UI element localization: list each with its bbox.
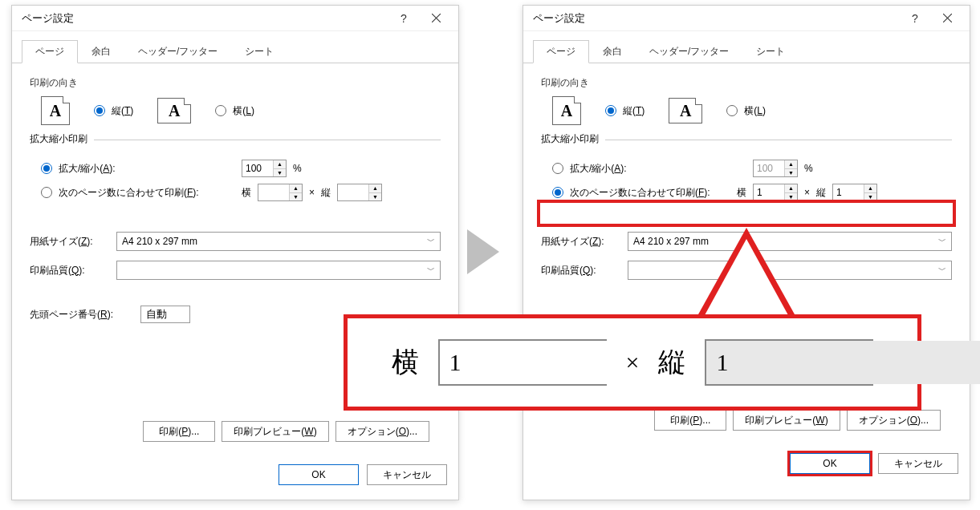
zoom-wide-value[interactable] — [440, 341, 748, 384]
chevron-down-icon[interactable]: ▼ — [290, 193, 302, 201]
fit-wide-input[interactable]: ▲▼ — [753, 184, 798, 201]
cancel-button[interactable]: キャンセル — [878, 453, 958, 474]
tab-headerfooter[interactable]: ヘッダー/フッター — [124, 40, 231, 63]
ok-button[interactable]: OK — [790, 453, 870, 474]
fit-tall-input[interactable]: ▲▼ — [832, 184, 877, 201]
scaling-adjust-row: 拡大/縮小(A): ▲▼ % — [541, 156, 952, 180]
radio-landscape[interactable] — [215, 105, 226, 116]
chevron-down-icon: ﹀ — [938, 265, 946, 276]
ok-button[interactable]: OK — [279, 464, 359, 485]
portrait-icon: A — [552, 96, 581, 125]
print-button[interactable]: 印刷(P)... — [654, 410, 726, 431]
radio-adjust[interactable] — [552, 163, 563, 174]
chevron-up-icon[interactable]: ▲ — [785, 160, 797, 169]
tab-sheet[interactable]: シート — [742, 40, 799, 63]
zoom-wide-label: 横 — [392, 344, 419, 381]
chevron-down-icon[interactable]: ▼ — [785, 169, 797, 177]
footer: OK キャンセル — [523, 443, 970, 484]
print-button[interactable]: 印刷(P)... — [143, 421, 215, 442]
adjust-value[interactable] — [754, 160, 784, 176]
fit-wide-input[interactable]: ▲▼ — [258, 184, 303, 201]
adjust-input[interactable]: ▲▼ — [753, 160, 798, 177]
fit-tall-label: 縦 — [321, 186, 331, 200]
dialog-title: ページ設定 — [22, 11, 388, 26]
print-quality-row: 印刷品質(Q): ﹀ — [30, 256, 441, 285]
tab-page[interactable]: ページ — [22, 40, 78, 63]
radio-portrait[interactable] — [94, 105, 105, 116]
portrait-label: 縦(T) — [112, 104, 133, 118]
paper-size-label: 用紙サイズ(Z): — [30, 235, 110, 249]
zoom-x: × — [626, 349, 640, 376]
chevron-down-icon[interactable]: ▼ — [369, 193, 381, 201]
adjust-label: 拡大/縮小(A): — [570, 162, 746, 176]
chevron-down-icon: ﹀ — [427, 265, 435, 276]
paper-size-label: 用紙サイズ(Z): — [541, 235, 621, 249]
radio-fit[interactable] — [41, 187, 52, 198]
close-button[interactable] — [420, 7, 452, 30]
tab-headerfooter[interactable]: ヘッダー/フッター — [636, 40, 742, 63]
fit-wide-value[interactable] — [258, 184, 289, 200]
print-quality-label: 印刷品質(Q): — [30, 264, 110, 277]
radio-adjust[interactable] — [41, 163, 52, 174]
adjust-spinner[interactable]: ▲▼ — [273, 160, 286, 176]
fit-wide-value[interactable] — [754, 184, 784, 200]
portrait-option[interactable]: 縦(T) — [605, 104, 645, 118]
preview-button[interactable]: 印刷プレビュー(W) — [733, 410, 840, 431]
close-icon — [432, 14, 441, 22]
chevron-down-icon[interactable]: ▼ — [274, 169, 286, 177]
portrait-option[interactable]: 縦(T) — [94, 104, 133, 118]
close-button[interactable] — [931, 7, 963, 30]
first-page-label: 先頭ページ番号(R): — [30, 308, 134, 322]
preview-button[interactable]: 印刷プレビュー(W) — [222, 421, 328, 442]
tab-sheet[interactable]: シート — [231, 40, 287, 63]
fit-label: 次のページ数に合わせて印刷(F): — [570, 186, 730, 200]
adjust-input[interactable]: ▲▼ — [242, 160, 287, 177]
adjust-value[interactable] — [242, 160, 273, 176]
scaling-group: 拡大縮小印刷 — [30, 140, 441, 140]
fit-tall-value[interactable] — [833, 184, 864, 200]
options-button[interactable]: オプション(O)... — [847, 410, 941, 431]
portrait-icon: A — [41, 96, 70, 125]
chevron-up-icon[interactable]: ▲ — [274, 160, 286, 169]
tab-page[interactable]: ページ — [533, 40, 589, 63]
paper-size-value: A4 210 x 297 mm — [122, 236, 197, 247]
fit-tall-input[interactable]: ▲▼ — [337, 184, 382, 201]
landscape-option[interactable]: 横(L) — [726, 104, 766, 118]
zoom-tall-label: 縦 — [658, 344, 685, 381]
zoom-wide-input[interactable] — [438, 339, 607, 386]
print-quality-select[interactable]: ﹀ — [116, 261, 441, 280]
landscape-option[interactable]: 横(L) — [215, 104, 254, 118]
chevron-down-icon[interactable]: ▼ — [864, 193, 876, 201]
titlebar: ページ設定 ? — [12, 6, 458, 31]
zoom-tall-value[interactable] — [706, 341, 980, 384]
adjust-unit: % — [293, 163, 302, 174]
orientation-label: 印刷の向き — [541, 76, 952, 90]
first-page-input[interactable] — [140, 306, 190, 323]
cancel-button[interactable]: キャンセル — [367, 464, 447, 485]
chevron-up-icon[interactable]: ▲ — [290, 184, 302, 193]
fit-tall-value[interactable] — [338, 184, 368, 200]
action-buttons: 印刷(P)... 印刷プレビュー(W) オプション(O)... — [30, 416, 441, 447]
close-icon — [943, 14, 952, 22]
chevron-up-icon[interactable]: ▲ — [785, 184, 797, 193]
tab-margins[interactable]: 余白 — [78, 40, 124, 63]
scaling-group-label: 拡大縮小印刷 — [30, 132, 94, 146]
zoom-tall-input[interactable] — [705, 339, 873, 386]
chevron-up-icon[interactable]: ▲ — [864, 184, 876, 193]
tabs: ページ 余白 ヘッダー/フッター シート — [12, 31, 458, 63]
options-button[interactable]: オプション(O)... — [335, 421, 429, 442]
fit-tall-label: 縦 — [816, 186, 826, 200]
radio-portrait[interactable] — [605, 105, 616, 116]
paper-size-select[interactable]: A4 210 x 297 mm ﹀ — [116, 232, 441, 251]
radio-landscape[interactable] — [726, 105, 738, 116]
tab-margins[interactable]: 余白 — [589, 40, 636, 63]
landscape-icon: A — [157, 98, 191, 123]
orientation-row: A 縦(T) A 横(L) — [30, 93, 441, 136]
footer: OK キャンセル — [12, 455, 458, 495]
help-button[interactable]: ? — [899, 7, 931, 30]
chevron-up-icon[interactable]: ▲ — [369, 184, 381, 193]
chevron-down-icon[interactable]: ▼ — [785, 193, 797, 201]
chevron-down-icon: ﹀ — [938, 236, 946, 247]
radio-fit[interactable] — [552, 187, 563, 198]
help-button[interactable]: ? — [388, 7, 420, 30]
